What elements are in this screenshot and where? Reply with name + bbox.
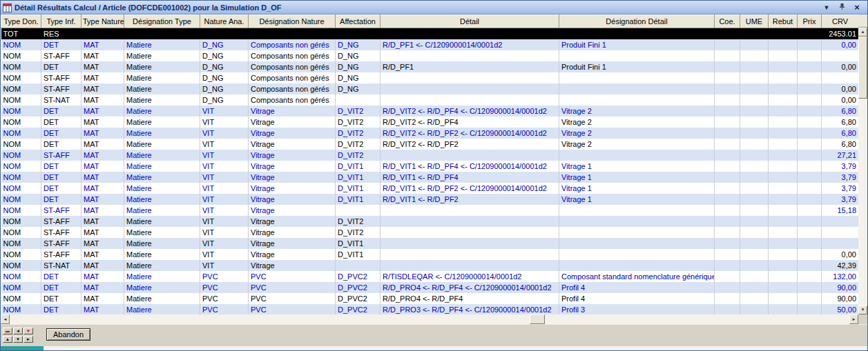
cell: DET xyxy=(41,282,81,293)
horizontal-scroll-thumb[interactable] xyxy=(530,314,545,324)
cell xyxy=(715,61,740,72)
grid-total-row[interactable]: TOTRES2453.01 xyxy=(1,28,859,39)
grid-row-15[interactable]: NOMDETMATMatiereVITVitrageD_VIT1R/D_VIT1… xyxy=(1,194,859,205)
grid-row-9[interactable]: NOMDETMATMatiereVITVitrageD_VIT2R/D_VIT2… xyxy=(1,128,859,139)
cell: D_VIT2 xyxy=(336,227,380,238)
cell: D_NG xyxy=(200,50,249,61)
cell: Vitrage 2 xyxy=(559,139,715,150)
column-header-d-signation-nature[interactable]: Désignation Nature xyxy=(249,15,336,28)
grid-row-17[interactable]: NOMST-AFFMATMatiereVITVitrageD_VIT2 xyxy=(1,216,859,227)
scroll-left-icon[interactable]: ◄ xyxy=(1,314,10,324)
cell: PVC xyxy=(249,293,336,304)
dropdown-icon[interactable]: ▼ xyxy=(822,3,831,12)
column-header-nature-ana[interactable]: Nature Ana. xyxy=(200,15,249,28)
abandon-button[interactable]: Abandon xyxy=(46,328,90,341)
cell xyxy=(798,72,822,83)
cell xyxy=(798,150,822,161)
window-titlebar[interactable]: Détail Résultats Calcul / Article (DOFCD… xyxy=(1,1,867,14)
cell xyxy=(380,227,559,238)
column-header-affectation[interactable]: Affectation xyxy=(336,15,380,28)
cell xyxy=(715,161,740,172)
grid-row-8[interactable]: NOMDETMATMatiereVITVitrageD_VIT2R/D_VIT2… xyxy=(1,117,859,128)
grid-row-19[interactable]: NOMST-AFFMATMatiereVITVitrageD_VIT1 xyxy=(1,238,859,249)
cell: Composants non gérés xyxy=(249,50,336,61)
scroll-up-icon[interactable]: ▲ xyxy=(858,28,867,37)
column-header-prix[interactable]: Prix xyxy=(798,15,822,28)
column-header-rebut[interactable]: Rebut xyxy=(769,15,798,28)
grid-row-16[interactable]: NOMST-AFFMATMatiereVITVitrage15,18 xyxy=(1,205,859,216)
grid-row-4[interactable]: NOMST-AFFMATMatiereD_NGComposants non gé… xyxy=(1,72,859,83)
grid-row-13[interactable]: NOMDETMATMatiereVITVitrageD_VIT1R/D_VIT1… xyxy=(1,172,859,183)
grid-row-10[interactable]: NOMDETMATMatiereVITVitrageD_VIT2R/D_VIT2… xyxy=(1,139,859,150)
grid-row-25[interactable]: NOMDETMATMatierePVCPVCD_PVC2R/D_PRO3 <- … xyxy=(1,304,859,315)
nav-down-button[interactable]: ▼ xyxy=(13,336,23,343)
column-header-crv[interactable]: CRV xyxy=(822,15,859,28)
cell: NOM xyxy=(1,161,41,172)
horizontal-scrollbar[interactable]: ◄ ► xyxy=(1,314,867,324)
grid-row-2[interactable]: NOMST-AFFMATMatiereD_NGComposants non gé… xyxy=(1,50,859,61)
grid-row-3[interactable]: NOMDETMATMatiereD_NGComposants non gérés… xyxy=(1,61,859,72)
vertical-scrollbar[interactable]: ▲ ▼ xyxy=(858,14,867,314)
grid-row-12[interactable]: NOMDETMATMatiereVITVitrageD_VIT1R/D_VIT1… xyxy=(1,161,859,172)
column-header-type-nature[interactable]: Type Nature xyxy=(81,15,124,28)
cell: R/D_VIT2 <- R/D_PF2 <- C/1209000014/0001… xyxy=(380,128,559,139)
close-icon[interactable]: × xyxy=(852,3,862,12)
nav-next-page-button[interactable]: ► xyxy=(23,336,33,343)
cell xyxy=(798,293,822,304)
cell: ST-AFF xyxy=(41,72,81,83)
cell xyxy=(769,172,798,183)
cell: Vitrage xyxy=(249,161,336,172)
column-header-type-inf[interactable]: Type Inf. xyxy=(41,15,81,28)
cell xyxy=(715,150,740,161)
cell: Matiere xyxy=(124,117,200,128)
grid-row-23[interactable]: NOMDETMATMatierePVCPVCD_PVC2R/D_PRO4 <- … xyxy=(1,282,859,293)
cell xyxy=(740,227,769,238)
cell xyxy=(715,216,740,227)
cell: 3,79 xyxy=(822,194,859,205)
cell: NOM xyxy=(1,282,41,293)
vertical-scroll-track[interactable] xyxy=(858,37,867,305)
column-header-type-don[interactable]: Type Don. xyxy=(1,15,41,28)
column-header-d-signation-type[interactable]: Désignation Type xyxy=(124,15,200,28)
cell xyxy=(740,216,769,227)
cell: RES xyxy=(41,28,81,39)
nav-stop-button[interactable]: ▬ xyxy=(3,328,12,334)
cell: Matiere xyxy=(124,72,200,83)
cell: Composants non gérés xyxy=(249,61,336,72)
cell xyxy=(380,150,559,161)
cell xyxy=(798,271,822,282)
pin-icon[interactable] xyxy=(837,3,847,12)
column-header-d-signation-d-tail[interactable]: Désignation Détail xyxy=(559,15,715,28)
nav-prev-page-button[interactable]: ◄ xyxy=(13,328,23,334)
cell: Vitrage xyxy=(249,106,336,117)
scroll-right-icon[interactable]: ► xyxy=(849,314,858,324)
cell xyxy=(769,61,798,72)
nav-up-button[interactable]: ▲ xyxy=(3,336,12,343)
scroll-down-icon[interactable]: ▼ xyxy=(858,305,867,314)
grid-row-7[interactable]: NOMDETMATMatiereVITVitrageD_VIT2R/D_VIT2… xyxy=(1,106,859,117)
column-header-coe[interactable]: Coe. xyxy=(715,15,740,28)
column-header-ume[interactable]: UME xyxy=(740,15,769,28)
grid-row-24[interactable]: NOMDETMATMatierePVCPVCD_PVC2R/D_PRO4 <- … xyxy=(1,293,859,304)
grid-row-20[interactable]: NOMST-AFFMATMatiereVITVitrageD_VIT10,00 xyxy=(1,249,859,260)
cell: MAT xyxy=(81,150,124,161)
vertical-scroll-thumb[interactable] xyxy=(858,37,867,99)
grid-row-6[interactable]: NOMST-NATMATMatiereD_NGComposants non gé… xyxy=(1,94,859,106)
cell: MAT xyxy=(81,282,124,293)
cell xyxy=(559,150,715,161)
grid-row-11[interactable]: NOMST-AFFMATMatiereVITVitrageD_VIT227,21 xyxy=(1,150,859,161)
cell xyxy=(798,183,822,194)
nav-page-down-button[interactable]: ▼ xyxy=(23,328,33,334)
cell: ST-NAT xyxy=(41,94,81,106)
cell: Composant standard nomenclature génériqu… xyxy=(559,271,715,282)
grid-row-18[interactable]: NOMST-AFFMATMatiereVITVitrageD_VIT2 xyxy=(1,227,859,238)
grid-row-1[interactable]: NOMDETMATMatiereD_NGComposants non gérés… xyxy=(1,39,859,50)
cell: MAT xyxy=(81,39,124,50)
horizontal-scroll-track[interactable] xyxy=(10,314,849,324)
grid-row-22[interactable]: NOMDETMATMatierePVCPVCD_PVC2R/TISDLEQAR … xyxy=(1,271,859,282)
grid-row-21[interactable]: NOMST-NATMATMatiereVITVitrage42,39 xyxy=(1,260,859,271)
cell xyxy=(715,50,740,61)
column-header-d-tail[interactable]: Détail xyxy=(380,15,559,28)
grid-row-14[interactable]: NOMDETMATMatiereVITVitrageD_VIT1R/D_VIT1… xyxy=(1,183,859,194)
grid-row-5[interactable]: NOMST-AFFMATMatiereD_NGComposants non gé… xyxy=(1,83,859,94)
